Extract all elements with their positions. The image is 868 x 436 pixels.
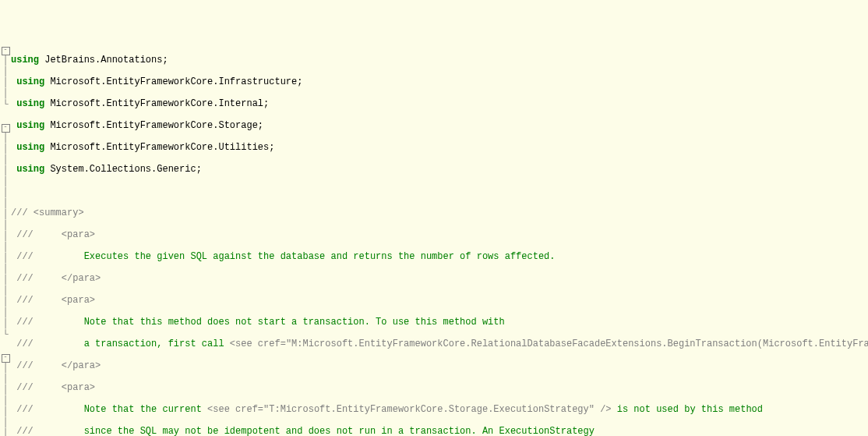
fold-line: │	[2, 77, 8, 88]
doc-slash: ///	[16, 382, 34, 393]
doc-slash: ///	[16, 360, 34, 371]
code-line[interactable]: /// <para>	[11, 382, 868, 393]
doc-text: is not used by this method	[612, 404, 763, 415]
doc-cref: "M:Microsoft.EntityFrameworkCore.Relatio…	[286, 339, 868, 349]
doc-cref: "T:Microsoft.EntityFrameworkCore.Storage…	[263, 404, 595, 415]
doc-slash: ///	[16, 317, 34, 328]
doc-slash: ///	[16, 273, 34, 284]
code-editor[interactable]: - │ │ │ │ └ - │ │ │ │ │ │ │ │ │ │ │ │ │ …	[0, 44, 868, 436]
code-line[interactable]: /// Executes the given SQL against the d…	[11, 251, 868, 262]
code-line[interactable]: /// <para>	[11, 295, 868, 306]
fold-end: └	[2, 99, 8, 110]
fold-line: │	[2, 275, 8, 285]
doc-tag: <see cref=	[230, 339, 286, 349]
kw-using: using	[16, 98, 44, 109]
fold-gutter: - │ │ │ │ └ - │ │ │ │ │ │ │ │ │ │ │ │ │ …	[0, 44, 11, 436]
fold-line: │	[2, 406, 8, 417]
fold-line: │	[2, 176, 8, 187]
doc-text: Note that the current	[84, 404, 207, 415]
fold-toggle-body[interactable]: -	[2, 354, 10, 363]
doc-tag: <para>	[62, 229, 95, 240]
code-area[interactable]: using JetBrains.Annotations; using Micro…	[11, 44, 868, 436]
doc-slash: ///	[16, 251, 34, 262]
fold-line: │	[2, 187, 8, 198]
doc-slash: ///	[16, 404, 34, 415]
doc-slash: ///	[11, 207, 28, 218]
using-namespace: Microsoft.EntityFrameworkCore.Storage;	[50, 120, 263, 131]
fold-line: │	[2, 385, 8, 395]
fold-line: │	[2, 428, 8, 436]
fold-line: │	[2, 307, 8, 318]
code-line[interactable]: /// Note that the current <see cref="T:M…	[11, 404, 868, 415]
fold-line: │	[2, 220, 8, 231]
code-line[interactable]: /// a transaction, first call <see cref=…	[11, 339, 868, 349]
using-namespace: System.Collections.Generic;	[50, 164, 201, 175]
fold-line: │	[2, 209, 8, 220]
using-namespace: JetBrains.Annotations;	[44, 55, 168, 66]
fold-line: │	[2, 66, 8, 77]
blank-line[interactable]	[11, 186, 868, 197]
fold-line: │	[2, 231, 8, 242]
doc-tag: </para>	[62, 360, 101, 371]
fold-toggle-doc[interactable]: -	[2, 124, 10, 133]
fold-toggle-usings[interactable]: -	[2, 47, 10, 55]
code-line[interactable]: using System.Collections.Generic;	[11, 164, 868, 175]
doc-slash: ///	[16, 339, 34, 349]
code-line[interactable]: /// </para>	[11, 360, 868, 371]
kw-using: using	[16, 142, 44, 153]
fold-line: │	[2, 55, 8, 66]
using-namespace: Microsoft.EntityFrameworkCore.Infrastruc…	[50, 76, 302, 87]
code-line[interactable]: /// <summary>	[11, 207, 868, 218]
doc-tag: </para>	[62, 273, 101, 284]
doc-tag: <para>	[62, 382, 95, 393]
code-line[interactable]: /// <para>	[11, 229, 868, 240]
doc-tag: <para>	[62, 295, 95, 306]
doc-text: a transaction, first call	[84, 339, 230, 349]
code-line[interactable]: /// since the SQL may not be idempotent …	[11, 426, 868, 436]
code-line[interactable]: /// Note that this method does not start…	[11, 317, 868, 328]
fold-line: │	[2, 198, 8, 209]
code-line[interactable]: using Microsoft.EntityFrameworkCore.Stor…	[11, 120, 868, 131]
code-line[interactable]: using JetBrains.Annotations;	[11, 55, 868, 66]
kw-using: using	[11, 55, 39, 66]
code-line[interactable]: using Microsoft.EntityFrameworkCore.Inte…	[11, 98, 868, 109]
using-namespace: Microsoft.EntityFrameworkCore.Internal;	[50, 98, 269, 109]
doc-text: Note that this method does not start a t…	[84, 317, 505, 328]
doc-text: since the SQL may not be idempotent and …	[84, 426, 595, 436]
using-namespace: Microsoft.EntityFrameworkCore.Utilities;	[50, 142, 274, 153]
fold-line: │	[2, 154, 8, 165]
fold-line: │	[2, 395, 8, 406]
fold-end: └	[2, 329, 8, 340]
fold-line: │	[2, 264, 8, 275]
fold-line: │	[2, 296, 8, 307]
doc-slash: ///	[16, 295, 34, 306]
doc-tag: <see cref=	[207, 404, 263, 415]
kw-using: using	[16, 120, 44, 131]
doc-tag: <summary>	[34, 207, 84, 218]
code-line[interactable]: /// </para>	[11, 273, 868, 284]
doc-slash: ///	[16, 426, 34, 436]
kw-using: using	[16, 164, 44, 175]
fold-line: │	[2, 88, 8, 99]
fold-line: │	[2, 374, 8, 385]
code-line[interactable]: using Microsoft.EntityFrameworkCore.Infr…	[11, 76, 868, 87]
fold-line: │	[2, 417, 8, 428]
fold-line: │	[2, 133, 8, 144]
fold-line: │	[2, 318, 8, 329]
code-line[interactable]: using Microsoft.EntityFrameworkCore.Util…	[11, 142, 868, 153]
fold-line: │	[2, 144, 8, 154]
doc-tag: />	[595, 404, 612, 415]
doc-text: Executes the given SQL against the datab…	[84, 251, 556, 262]
fold-line: │	[2, 253, 8, 264]
fold-line: │	[2, 165, 8, 176]
fold-line: │	[2, 242, 8, 253]
doc-slash: ///	[16, 229, 34, 240]
kw-using: using	[16, 76, 44, 87]
fold-line: │	[2, 285, 8, 296]
fold-line: │	[2, 363, 8, 374]
